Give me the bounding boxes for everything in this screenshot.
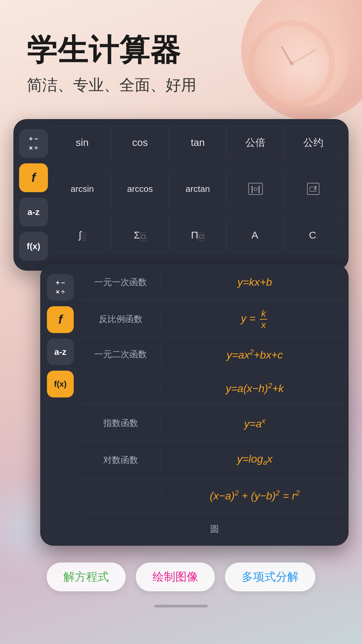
log-func-row[interactable]: 对数函数 y=logax: [80, 442, 349, 479]
linear-func-row[interactable]: 一元一次函数 y=kx+b: [80, 264, 349, 301]
function-list-panel: +− ×÷ f a-z f(x) 一元一次函数 y=kx+b 反比例函数: [40, 264, 349, 546]
factor-poly-label: 多项式分解: [242, 570, 299, 583]
exp-func-formula: y=ax: [161, 411, 349, 435]
ops-button-front[interactable]: +− ×÷: [47, 274, 74, 301]
gcd-button[interactable]: 公约: [285, 126, 342, 159]
factor-poly-button[interactable]: 多项式分解: [225, 562, 315, 591]
az-button-back[interactable]: a-z: [19, 198, 48, 226]
tan-button[interactable]: tan: [169, 126, 226, 159]
plot-graph-label: 绘制图像: [153, 570, 198, 583]
fx-button-label: f(x): [27, 241, 40, 252]
inverse-func-formula: y = kx: [161, 303, 349, 336]
exp-func-row[interactable]: 指数函数 y=ax: [80, 405, 349, 442]
az-button-label: a-z: [27, 207, 40, 217]
f-button-label: f: [32, 171, 36, 185]
header: 学生计算器 简洁、专业、全面、好用: [0, 0, 362, 109]
sidebar-back: +− ×÷ f a-z f(x): [13, 126, 54, 264]
quadratic-func-name2: [80, 383, 161, 393]
trig-panel: +− ×÷ f a-z f(x) sin cos tan: [13, 119, 349, 271]
solve-equation-button[interactable]: 解方程式: [47, 562, 126, 591]
quadratic-func-formula1: y=ax2+bx+c: [161, 342, 349, 367]
f-button-back[interactable]: f: [19, 163, 48, 192]
fx-button-front[interactable]: f(x): [47, 371, 74, 397]
circle-func-formula-area: [80, 490, 161, 501]
linear-func-name: 一元一次函数: [80, 271, 161, 293]
f-button-front[interactable]: f: [47, 306, 74, 333]
quadratic-func-row[interactable]: 一元二次函数 y=ax2+bx+c y=a(x−h)2+k: [80, 338, 349, 405]
quadratic-func-name: 一元二次函数: [80, 343, 161, 366]
quadratic-func-formula2: y=a(x−h)2+k: [161, 376, 349, 400]
circle-func-row[interactable]: (x−a)2 + (y−b)2 = r2 圆: [80, 479, 349, 546]
cos-button[interactable]: cos: [111, 126, 168, 159]
circle-func-formula: (x−a)2 + (y−b)2 = r2: [161, 483, 349, 507]
inverse-func-row[interactable]: 反比例函数 y = kx: [80, 301, 349, 338]
sin-button[interactable]: sin: [54, 126, 111, 159]
comb-button[interactable]: C:: [285, 218, 342, 252]
app-title: 学生计算器: [27, 34, 335, 67]
arcsin-button[interactable]: arcsin: [54, 172, 111, 206]
bottom-bar: [0, 605, 362, 614]
sidebar-front: +− ×÷ f a-z f(x): [40, 264, 80, 546]
trig-grid: sin cos tan 公倍 公约 arcsin arccos arctan: [54, 126, 342, 264]
sum-button[interactable]: Σ□: [111, 218, 168, 252]
circle-func-name: 圆: [80, 518, 349, 540]
bottom-actions: 解方程式 绘制图像 多项式分解: [0, 546, 362, 605]
home-indicator: [154, 605, 208, 607]
arccos-button[interactable]: arccos: [111, 172, 168, 206]
factorial-button[interactable]: □!: [285, 172, 342, 206]
solve-equation-label: 解方程式: [63, 570, 109, 583]
inverse-func-name: 反比例函数: [80, 308, 161, 330]
plot-graph-button[interactable]: 绘制图像: [136, 562, 215, 591]
function-list: 一元一次函数 y=kx+b 反比例函数 y = kx 一元二次函数 y=ax2+…: [80, 264, 349, 546]
lcm-button[interactable]: 公倍: [227, 126, 284, 159]
integral-button[interactable]: ∫:: [54, 218, 111, 252]
arctan-button[interactable]: arctan: [169, 172, 226, 206]
product-button[interactable]: Π□: [169, 218, 226, 252]
abs-button[interactable]: |○|: [227, 172, 284, 206]
log-func-formula: y=logax: [161, 447, 349, 472]
az-button-front[interactable]: a-z: [47, 338, 74, 365]
ops-button-back[interactable]: +− ×÷: [19, 129, 48, 158]
exp-func-name: 指数函数: [80, 412, 161, 434]
perm-button[interactable]: A:: [227, 218, 284, 252]
linear-func-formula: y=kx+b: [161, 271, 349, 294]
calculator-area: +− ×÷ f a-z f(x) sin cos tan: [0, 119, 362, 546]
fx-button-back[interactable]: f(x): [19, 232, 48, 261]
log-func-name: 对数函数: [80, 449, 161, 471]
app-subtitle: 简洁、专业、全面、好用: [27, 75, 335, 96]
